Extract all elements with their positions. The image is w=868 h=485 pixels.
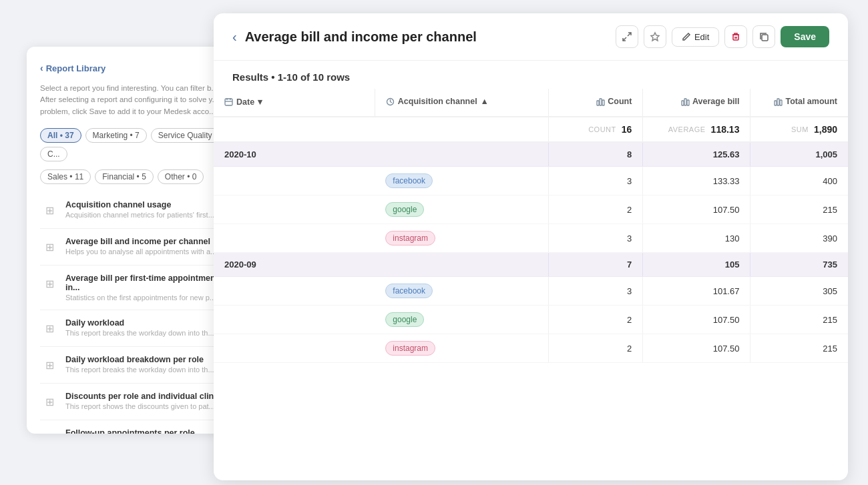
table-row: instagram 2 107.50 215	[214, 334, 848, 363]
avg-label: AVERAGE	[668, 125, 706, 133]
row-count: 3	[548, 167, 643, 195]
group-avg: 105	[643, 253, 750, 277]
svg-marker-2	[651, 33, 659, 41]
duplicate-button[interactable]	[752, 25, 775, 48]
channel-cell	[214, 224, 375, 253]
report-title: Discounts per role and individual clinic…	[65, 392, 233, 401]
report-title: Daily workload breakdown per role	[65, 355, 214, 364]
col-avg-bill: Average bill	[643, 89, 750, 117]
channel-name: instagram	[375, 334, 548, 363]
channel-cell	[214, 306, 375, 334]
table-row: google 2 107.50 215	[214, 306, 848, 334]
count-value: 16	[622, 124, 632, 135]
edit-button[interactable]: Edit	[672, 27, 719, 47]
report-item[interactable]: ⊞ Follow-up appointments per role A summ…	[40, 420, 234, 434]
channel-cell	[214, 334, 375, 363]
svg-rect-3	[733, 35, 738, 40]
tag-all[interactable]: All • 37	[40, 128, 81, 143]
channel-cell	[214, 195, 375, 224]
row-total: 215	[750, 306, 848, 334]
edit-label: Edit	[694, 32, 709, 42]
table-icon: ⊞	[40, 430, 59, 434]
table-icon: ⊞	[40, 201, 59, 220]
col-acquisition[interactable]: Acquisition channel ▲	[375, 89, 548, 117]
report-subtitle: This report breaks the workday down into…	[65, 366, 214, 374]
report-title: Average bill and income per channel	[245, 29, 616, 45]
main-header: ‹ Average bill and income per channel	[214, 13, 848, 61]
filter-tags-row2: Sales • 11 Financial • 5 Other • 0	[40, 169, 234, 184]
table-icon: ⊞	[40, 393, 59, 412]
col-total: Total amount	[750, 89, 848, 117]
row-count: 2	[548, 306, 643, 334]
report-subtitle: Acquisition channel metrics for patients…	[65, 211, 214, 219]
channel-name: instagram	[375, 224, 548, 253]
library-title: Report Library	[46, 63, 106, 73]
group-count: 7	[548, 253, 643, 277]
row-avg: 101.67	[643, 277, 750, 306]
tag-other-short[interactable]: C...	[40, 147, 67, 161]
table-icon: ⊞	[40, 238, 59, 257]
row-count: 3	[548, 277, 643, 306]
avg-value: 118.13	[711, 124, 740, 135]
table-row: instagram 3 130 390	[214, 224, 848, 253]
channel-cell	[214, 167, 375, 195]
col-date[interactable]: Date ▾	[214, 89, 375, 117]
tag-other[interactable]: Other • 0	[158, 169, 204, 184]
svg-rect-19	[777, 99, 779, 105]
col-count: Count	[548, 89, 643, 117]
channel-name: google	[375, 195, 548, 224]
row-count: 3	[548, 224, 643, 253]
star-button[interactable]	[644, 25, 666, 48]
group-avg: 125.63	[643, 142, 750, 167]
save-button[interactable]: Save	[781, 26, 829, 47]
report-item[interactable]: ⊞ Daily workload breakdown per role This…	[40, 347, 234, 384]
delete-button[interactable]	[724, 25, 747, 48]
report-item[interactable]: ⊞ Average bill and income per channel He…	[40, 229, 234, 266]
group-total: 735	[750, 253, 848, 277]
report-subtitle: This report shows the discounts given to…	[65, 402, 219, 410]
back-to-library[interactable]: ‹ Report Library	[40, 63, 234, 73]
report-item[interactable]: ⊞ Daily workload This report breaks the …	[40, 310, 234, 347]
filter-tags: All • 37 Marketing • 7 Service Quality •…	[40, 128, 234, 161]
svg-rect-14	[602, 100, 604, 105]
back-button[interactable]: ‹	[232, 29, 237, 45]
row-avg: 130	[643, 224, 750, 253]
table-row: google 2 107.50 215	[214, 195, 848, 224]
row-total: 400	[750, 167, 848, 195]
table-icon: ⊞	[40, 356, 59, 375]
resize-button[interactable]	[616, 25, 638, 48]
report-subtitle: Helps you to analyse all appointments wi…	[65, 248, 216, 256]
row-count: 2	[548, 334, 643, 363]
report-item[interactable]: ⊞ Acquisition channel usage Acquisition …	[40, 192, 234, 229]
svg-rect-15	[682, 101, 684, 105]
row-count: 2	[548, 195, 643, 224]
group-row: 2020-10 8 125.63 1,005	[214, 142, 848, 167]
report-item[interactable]: ⊞ Average bill per first-time appointmen…	[40, 266, 234, 310]
report-subtitle: Statistics on the first appointments for…	[65, 294, 219, 302]
report-subtitle: This report breaks the workday down into…	[65, 329, 214, 337]
report-list: ⊞ Acquisition channel usage Acquisition …	[40, 192, 234, 434]
main-report-panel: ‹ Average bill and income per channel	[214, 13, 848, 480]
tag-financial[interactable]: Financial • 5	[95, 169, 154, 184]
group-count: 8	[548, 142, 643, 167]
group-date: 2020-09	[214, 253, 548, 277]
summary-row: COUNT 16 AVERAGE 118.13 SUM 1,890	[214, 117, 848, 142]
row-total: 390	[750, 224, 848, 253]
channel-name: facebook	[375, 277, 548, 306]
row-avg: 107.50	[643, 334, 750, 363]
svg-rect-7	[225, 99, 232, 105]
group-date: 2020-10	[214, 142, 548, 167]
report-item[interactable]: ⊞ Discounts per role and individual clin…	[40, 384, 234, 420]
table-row: facebook 3 101.67 305	[214, 277, 848, 306]
chevron-left-icon: ‹	[40, 63, 43, 73]
header-actions: Edit Save	[616, 25, 829, 48]
report-title: Average bill and income per channel	[65, 237, 216, 246]
tag-marketing[interactable]: Marketing • 7	[85, 128, 147, 143]
results-row: Results • 1-10 of 10 rows	[214, 61, 848, 89]
row-avg: 107.50	[643, 195, 750, 224]
tag-sales[interactable]: Sales • 11	[40, 169, 91, 184]
library-description: Select a report you find interesting. Yo…	[40, 83, 234, 117]
results-count: Results • 1-10 of 10 rows	[232, 71, 350, 83]
report-title: Follow-up appointments per role	[65, 428, 214, 434]
row-avg: 107.50	[643, 306, 750, 334]
